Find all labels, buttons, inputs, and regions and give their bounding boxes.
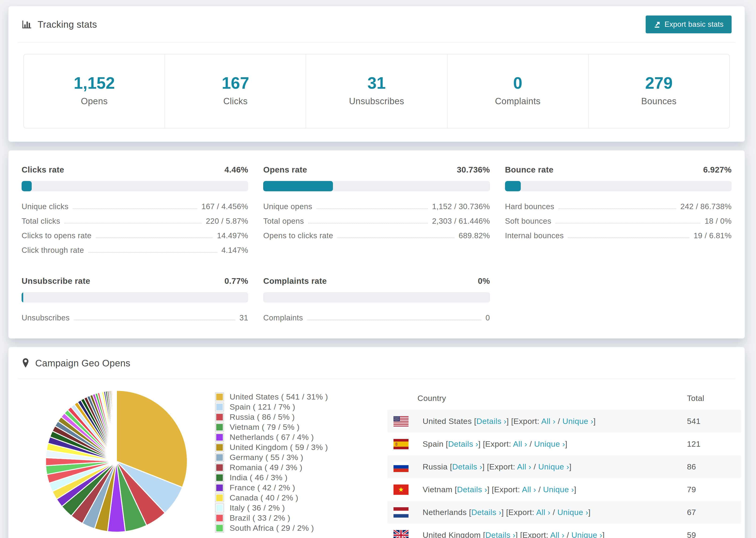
legend-item: Germany ( 55 / 3% ) <box>215 452 328 462</box>
export-unique-link[interactable]: Unique › <box>571 530 603 538</box>
country-flag-icon <box>394 484 408 495</box>
summary-stat: 0 Complaints <box>448 54 589 128</box>
total-cell: 79 <box>687 485 741 494</box>
stat-row-label: Opens to clicks rate <box>263 231 333 240</box>
table-text: ] [Export: <box>507 417 541 426</box>
geo-chart-area: United States ( 541 / 31% ) Spain ( 121 … <box>9 389 379 538</box>
summary-stat: 31 Unsubscribes <box>306 54 447 128</box>
legend-swatch <box>215 413 224 422</box>
stat-row-value: 18 / 0% <box>705 217 731 226</box>
table-text: / <box>536 485 543 494</box>
page-title: Tracking stats <box>22 18 97 31</box>
dotted-leader <box>307 320 481 320</box>
geo-opens-card: Campaign Geo Opens United States ( 541 /… <box>8 347 745 538</box>
stat-row-label: Total clicks <box>22 217 60 226</box>
export-all-link[interactable]: All › <box>550 530 565 538</box>
rate-title: Clicks rate <box>22 165 64 175</box>
stat-row-label: Hard bounces <box>505 202 554 211</box>
details-link[interactable]: Details › <box>448 439 478 448</box>
total-cell: 86 <box>687 462 741 471</box>
rate-rows: Complaints 0 <box>263 310 490 325</box>
export-all-link[interactable]: All › <box>536 508 551 517</box>
dotted-leader <box>73 208 197 209</box>
table-text: Vietnam [ <box>423 485 457 494</box>
details-link[interactable]: Details › <box>457 485 487 494</box>
table-text: ] [Export: <box>487 485 522 494</box>
summary-stat-label: Bounces <box>589 96 729 106</box>
summary-stat: 279 Bounces <box>589 54 729 128</box>
legend-swatch <box>215 483 224 492</box>
export-unique-link[interactable]: Unique › <box>543 485 574 494</box>
export-unique-link[interactable]: Unique › <box>562 417 593 426</box>
rate-value: 30.736% <box>457 165 490 175</box>
progress-bar <box>22 292 248 302</box>
legend-label: France ( 42 / 2% ) <box>230 483 295 492</box>
export-unique-link[interactable]: Unique › <box>557 508 588 517</box>
table-row: Vietnam [Details ›] [Export: All › / Uni… <box>387 478 741 501</box>
stat-row-value: 2,303 / 61.446% <box>432 217 490 226</box>
geo-body: United States ( 541 / 31% ) Spain ( 121 … <box>9 379 745 538</box>
rate-title: Opens rate <box>263 165 307 175</box>
progress-bar <box>505 181 731 191</box>
export-all-link[interactable]: All › <box>541 417 556 426</box>
legend-item: Russia ( 86 / 5% ) <box>215 412 328 422</box>
stat-row-value: 31 <box>240 313 248 322</box>
bar-chart-icon <box>22 19 32 29</box>
geo-pie-chart <box>44 389 189 538</box>
stat-row: Unique clicks 167 / 4.456% <box>22 199 248 214</box>
country-cell: United States [Details ›] [Export: All ›… <box>423 417 687 426</box>
total-cell: 67 <box>687 508 741 517</box>
table-row: Spain [Details ›] [Export: All › / Uniqu… <box>387 433 741 456</box>
details-link[interactable]: Details › <box>471 508 501 517</box>
details-link[interactable]: Details › <box>485 530 515 538</box>
country-cell: Netherlands [Details ›] [Export: All › /… <box>423 508 687 517</box>
stat-row: Unique opens 1,152 / 30.736% <box>263 199 490 214</box>
table-text: ] <box>593 417 596 426</box>
progress-bar <box>22 181 248 191</box>
export-unique-link[interactable]: Unique › <box>538 462 569 471</box>
export-all-link[interactable]: All › <box>517 462 531 471</box>
legend-label: United Kingdom ( 59 / 3% ) <box>230 443 328 452</box>
rates-grid: Clicks rate 4.46% Unique clicks 167 / 4.… <box>22 165 731 325</box>
stat-row-label: Unsubscribes <box>22 313 70 322</box>
geo-header: Campaign Geo Opens <box>9 347 745 379</box>
country-cell: United Kingdom [Details ›] [Export: All … <box>423 530 687 538</box>
country-flag-icon <box>394 462 408 472</box>
stat-row-value: 220 / 5.87% <box>206 217 248 226</box>
export-basic-stats-button[interactable]: Export basic stats <box>646 16 731 33</box>
legend-swatch <box>215 443 224 452</box>
details-link[interactable]: Details › <box>452 462 482 471</box>
table-text: ] <box>602 530 605 538</box>
export-all-link[interactable]: All › <box>522 485 536 494</box>
progress-bar-fill <box>263 181 333 191</box>
progress-bar-fill <box>22 292 23 302</box>
table-text: ] <box>569 462 571 471</box>
summary-stat-value: 31 <box>306 74 447 92</box>
legend-item: India ( 46 / 3% ) <box>215 472 328 483</box>
legend-item: Vietnam ( 79 / 5% ) <box>215 422 328 432</box>
legend-label: Canada ( 40 / 2% ) <box>230 493 298 502</box>
legend-swatch <box>215 524 224 533</box>
summary-stat-label: Complaints <box>448 96 588 106</box>
rate-section: Unsubscribe rate 0.77% Unsubscribes 31 <box>22 276 248 325</box>
export-unique-link[interactable]: Unique › <box>534 439 565 448</box>
legend-swatch <box>215 463 224 472</box>
stat-row: Internal bounces 19 / 6.81% <box>505 228 731 243</box>
country-column-header: Country <box>387 394 687 403</box>
legend-label: India ( 46 / 3% ) <box>230 473 288 482</box>
country-cell: Russia [Details ›] [Export: All › / Uniq… <box>423 462 687 471</box>
stat-row: Total opens 2,303 / 61.446% <box>263 214 490 228</box>
stat-row-label: Soft bounces <box>505 217 551 226</box>
country-flag-icon <box>394 439 408 449</box>
dotted-leader <box>337 238 454 238</box>
table-text: / <box>531 462 538 471</box>
legend-swatch <box>215 403 224 411</box>
details-link[interactable]: Details › <box>476 417 507 426</box>
summary-stat-value: 0 <box>448 74 588 92</box>
legend-swatch <box>215 433 224 442</box>
map-marker-icon <box>22 358 29 368</box>
stat-row-label: Clicks to opens rate <box>22 231 91 240</box>
export-all-link[interactable]: All › <box>513 439 527 448</box>
legend-swatch <box>215 423 224 432</box>
stat-row: Soft bounces 18 / 0% <box>505 214 731 228</box>
